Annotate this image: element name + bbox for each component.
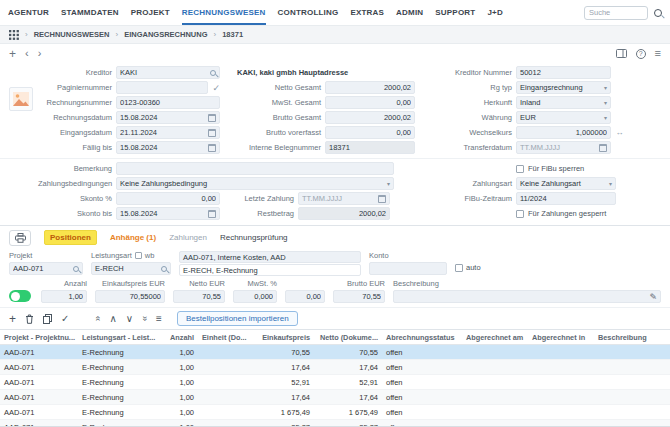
tab-rechnungspruefung[interactable]: Rechnungsprüfung [220, 233, 288, 242]
brutto-field[interactable] [333, 290, 385, 303]
tab-zahlungen[interactable]: Zahlungen [169, 233, 207, 242]
rechnungsnummer-field[interactable] [116, 96, 220, 109]
herkunft-select[interactable]: Inland ▾ [516, 96, 611, 109]
beschreibung-input[interactable] [397, 292, 647, 301]
add-position-button[interactable]: + [9, 313, 16, 325]
calendar-icon[interactable] [208, 144, 216, 152]
tab-anhaenge[interactable]: Anhänge (1) [110, 233, 156, 242]
bemerkung-field[interactable] [116, 162, 394, 175]
einkaufspreis-input[interactable] [99, 292, 161, 301]
netto-gesamt-input[interactable] [329, 83, 411, 92]
position-active-toggle[interactable] [9, 290, 31, 302]
einkaufspreis-field[interactable] [95, 290, 165, 303]
wb-checkbox[interactable] [135, 252, 142, 259]
transferdatum-field[interactable] [516, 141, 611, 154]
expand-all-button[interactable]: » [142, 314, 147, 323]
kreditor-field[interactable] [116, 66, 220, 79]
paginiernummer-confirm-icon[interactable]: ✓ [212, 83, 220, 93]
calendar-icon[interactable] [208, 129, 216, 137]
nav-item-extras[interactable]: EXTRAS [350, 0, 384, 25]
mwst-gesamt-field[interactable] [325, 96, 415, 109]
leistungsart-field[interactable] [91, 262, 171, 275]
move-up-button[interactable]: ∧ [109, 314, 116, 324]
rechnungsdatum-input[interactable] [120, 113, 206, 122]
paginiernummer-input[interactable] [120, 83, 204, 92]
info-line-leistungsart[interactable]: E-RECH, E-Rechnung [179, 264, 361, 276]
auto-checkbox[interactable] [455, 264, 463, 272]
collapse-all-button[interactable]: « [95, 314, 100, 323]
fibu-zeitraum-input[interactable] [520, 194, 612, 203]
projekt-input[interactable] [13, 264, 71, 273]
calendar-icon[interactable] [208, 210, 216, 218]
column-header[interactable]: Netto (Dokume... [314, 333, 382, 342]
projekt-field[interactable] [9, 262, 83, 275]
mwst-field[interactable] [233, 290, 277, 303]
brutto-gesamt-input[interactable] [329, 113, 411, 122]
transferdatum-input[interactable] [520, 143, 597, 152]
calendar-icon[interactable] [208, 114, 216, 122]
skonto-prozent-field[interactable] [116, 192, 220, 205]
zahlungsart-select[interactable]: Keine Zahlungsart ▾ [516, 177, 616, 190]
calendar-icon[interactable] [378, 195, 386, 203]
nav-item-controlling[interactable]: CONTROLLING [278, 0, 339, 25]
breadcrumb-rechnungswesen[interactable]: RECHNUNGSWESEN [34, 30, 110, 39]
brutto-input[interactable] [337, 292, 381, 301]
rg-typ-select[interactable]: Eingangsrechnung ▾ [516, 81, 611, 94]
previous-record-button[interactable]: ‹ [25, 48, 29, 59]
kreditor-nummer-field[interactable] [516, 66, 611, 79]
brutto-vorerfasst-field[interactable] [325, 126, 415, 139]
zahlungen-gesperrt-checkbox[interactable] [516, 210, 524, 218]
column-header[interactable]: Einkaufspreis [252, 333, 314, 342]
faellig-bis-input[interactable] [120, 143, 206, 152]
info-line-projekt[interactable]: AAD-071, Interne Kosten, AAD [179, 251, 361, 263]
search-icon[interactable] [654, 9, 662, 17]
bemerkung-input[interactable] [120, 164, 390, 173]
waehrung-select[interactable]: EUR ▾ [516, 111, 611, 124]
eingangsdatum-field[interactable] [116, 126, 220, 139]
table-row[interactable]: AAD-071E-Rechnung1,0035,2735,27offen [0, 420, 670, 427]
add-record-button[interactable]: + [9, 48, 16, 60]
kreditor-lookup-icon[interactable] [210, 70, 216, 76]
edit-description-icon[interactable]: ✎ [649, 292, 657, 302]
fibu-sperren-checkbox[interactable] [516, 165, 524, 173]
anzahl-field[interactable] [41, 290, 87, 303]
nav-item-admin[interactable]: ADMIN [396, 0, 423, 25]
panel-toggle-icon[interactable] [616, 49, 627, 58]
copy-position-button[interactable] [43, 314, 52, 324]
column-header[interactable]: Abgerechnet in [528, 333, 594, 342]
beschreibung-field[interactable]: ✎ [393, 290, 661, 303]
column-header[interactable]: Abrechnungsstatus [382, 333, 462, 342]
letzte-zahlung-input[interactable] [302, 194, 376, 203]
rechnungsnummer-input[interactable] [120, 98, 216, 107]
zahlungsbedingungen-select[interactable]: Keine Zahlungsbedingung ▾ [116, 177, 394, 190]
wechselkurs-field[interactable] [516, 126, 611, 139]
mwst-gesamt-input[interactable] [329, 98, 411, 107]
leistungsart-input[interactable] [95, 264, 159, 273]
skonto-bis-field[interactable] [116, 207, 220, 220]
table-row[interactable]: AAD-071E-Rechnung1,0017,6417,64offen [0, 390, 670, 405]
kreditor-nummer-input[interactable] [520, 68, 607, 77]
move-down-button[interactable]: ∨ [126, 314, 133, 324]
breadcrumb-eingangsrechnung[interactable]: EINGANGSRECHNUNG [124, 30, 207, 39]
fibu-zeitraum-field[interactable] [516, 192, 616, 205]
brutto-gesamt-field[interactable] [325, 111, 415, 124]
apps-grid-icon[interactable] [9, 30, 19, 40]
nav-item-projekt[interactable]: PROJEKT [131, 0, 170, 25]
mwst-betrag-input[interactable] [289, 292, 321, 301]
nav-item-stammdaten[interactable]: STAMMDATEN [61, 0, 119, 25]
netto-field[interactable] [173, 290, 225, 303]
table-row[interactable]: AAD-071E-Rechnung1,001 675,491 675,49off… [0, 405, 670, 420]
column-header[interactable]: Leistungsart - Leist... [78, 333, 158, 342]
skonto-prozent-input[interactable] [120, 194, 216, 203]
list-options-button[interactable]: ≡ [156, 314, 162, 324]
projekt-lookup-icon[interactable] [73, 266, 79, 272]
column-header[interactable]: Abgerechnet am [462, 333, 528, 342]
column-header[interactable]: Einheit (Do... [198, 333, 252, 342]
column-header[interactable]: Beschreibung [594, 333, 670, 342]
letzte-zahlung-field[interactable] [298, 192, 390, 205]
netto-input[interactable] [177, 292, 221, 301]
mwst-betrag-field[interactable] [285, 290, 325, 303]
kreditor-input[interactable] [120, 68, 208, 77]
nav-item-rechnungswesen[interactable]: RECHNUNGSWESEN [182, 0, 266, 25]
table-row[interactable]: AAD-071E-Rechnung1,0070,5570,55offen [0, 345, 670, 360]
